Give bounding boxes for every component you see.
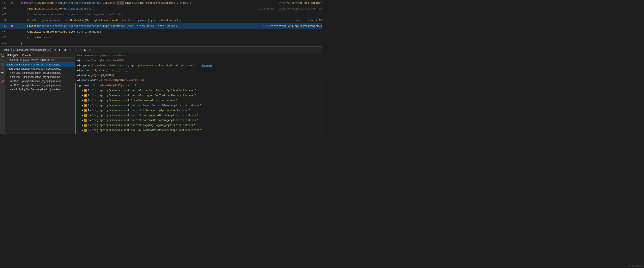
- frame-item-0[interactable]: ▶ getSpringFactoriesInstances:431, Sprin…: [5, 63, 75, 67]
- var-this-icon: [78, 59, 80, 62]
- at-symbol: @: [11, 2, 13, 4]
- names-item-8[interactable]: ▶ = 8 = "org.springframework.boot.env.En…: [76, 128, 322, 133]
- code-line-428: 428 ClassLoader classLoader = getClassLo…: [0, 6, 322, 11]
- debug-label: Debug:: [2, 48, 10, 51]
- var-names[interactable]: ▼ names = {LinkedHashSet@1317} size = 10: [76, 83, 322, 88]
- frame-expand-0: ▶: [6, 64, 8, 66]
- run-icon[interactable]: ▶: [2, 58, 3, 62]
- frame-item-4[interactable]: run:1306, SpringApplication (org.springf…: [5, 79, 75, 83]
- line-number-428: 428: [0, 7, 10, 10]
- names-index-2: 2: [88, 99, 89, 102]
- tab-console[interactable]: Console: [20, 53, 33, 57]
- var-this[interactable]: ▶ this = {SpringApplication@930}: [75, 58, 322, 63]
- names-item-6[interactable]: ▶ = 6 = "org.springframework.boot.contex…: [76, 118, 322, 123]
- var-parametertypes[interactable]: ▶ parameterTypes = {Class[0]@1315}: [75, 68, 322, 73]
- line-content-427: private < T > Collection < T > getSpring…: [14, 1, 322, 5]
- names-index-7: 7: [88, 124, 89, 127]
- names-items-list: ▶ = 0 = "org.springframework.boot.devtoo…: [76, 88, 322, 134]
- pin-icon[interactable]: 📌: [1, 80, 4, 83]
- tab-debugger[interactable]: Debugger: [5, 53, 20, 57]
- gutter-431: [10, 25, 14, 27]
- names-item-4[interactable]: ▶ = 4 = "org.springframework.boot.contex…: [76, 108, 322, 113]
- step-out-btn[interactable]: ↑: [78, 48, 82, 52]
- line-number-430: 430: [0, 19, 10, 22]
- code-editor: 427 @ private < T > Collection < T > get…: [0, 0, 322, 46]
- var-args-arrow: ▶: [77, 74, 78, 77]
- frame-label-5: run:1295, SpringApplication (org.springf…: [10, 84, 63, 87]
- left-icon-bar: 🐛 ▶ ⬛ ⚙ 📷 ⚙ 📌: [0, 53, 5, 134]
- settings-btn[interactable]: ≡: [88, 48, 92, 52]
- code-line-434: 434 }: [0, 40, 322, 46]
- camera-icon[interactable]: 📷: [1, 71, 4, 75]
- session-tab[interactable]: ▶ SpringBootDemoApplication ✕: [11, 48, 51, 52]
- frame-item-5[interactable]: run:1295, SpringApplication (org.springf…: [5, 83, 75, 87]
- thread-label: "main"@1 in group "main": RUNNING: [9, 59, 50, 62]
- line-content-430: Set<String> names = new LinkedHashSet <>…: [14, 18, 322, 22]
- tab-console-label: Console: [22, 54, 31, 57]
- var-classloader[interactable]: ▶ classLoader = {Launcher$AppClassLoader…: [75, 78, 322, 83]
- var-cl-icon: [78, 79, 80, 81]
- pause-btn[interactable]: ⏸: [63, 48, 67, 52]
- step-into-btn[interactable]: ↓: [73, 48, 77, 52]
- variables-panel: Evaluate expression (⏎) or add a watch (…: [75, 53, 322, 134]
- var-type-value: {Class@752} "interface org.springframewo…: [90, 64, 196, 67]
- eq-icon-1: =: [84, 94, 87, 97]
- names-index-3: 3: [88, 104, 89, 107]
- main-container: 427 @ private < T > Collection < T > get…: [0, 0, 322, 134]
- var-cl-name: classLoader: [81, 79, 98, 82]
- var-pt-value: {Class[0]@1315}: [105, 69, 128, 72]
- session-close[interactable]: ✕: [47, 48, 49, 52]
- var-names-name: names: [82, 84, 89, 87]
- frame-label-1: getSpringFactoriesInstances:424, SpringA…: [8, 67, 62, 70]
- frame-item-2[interactable]: <init>:268, SpringApplication (org.sprin…: [5, 71, 75, 75]
- rerun-btn[interactable]: ⟳: [53, 48, 57, 52]
- filter-btn[interactable]: ▼: [51, 59, 52, 62]
- names-value-3: "org.springframework.boot.builder.Parent…: [92, 104, 201, 107]
- settings-side-icon[interactable]: ⚙: [2, 67, 3, 70]
- names-item-3[interactable]: ▶ = 3 = "org.springframework.boot.builde…: [76, 103, 322, 108]
- line-content-428: ClassLoader classLoader = getClassLoader…: [14, 7, 322, 10]
- names-item-9[interactable]: ▶ = 9 = "org.springframework.boot.autoco…: [76, 133, 322, 134]
- eq-icon-7: =: [84, 124, 87, 127]
- names-value-4: "org.springframework.boot.context.FileEn…: [92, 109, 190, 112]
- var-args-name: args: [81, 74, 87, 77]
- step-over-btn[interactable]: ↷: [68, 48, 72, 52]
- frame-expand-1: ▶: [6, 68, 8, 70]
- gear-icon[interactable]: ⚙: [2, 76, 3, 79]
- names-red-box: ▼ names = {LinkedHashSet@1317} size = 10…: [75, 83, 322, 134]
- var-type-icon: [78, 64, 80, 66]
- var-cl-arrow: ▶: [77, 79, 78, 82]
- line-number-427: 427: [0, 1, 10, 4]
- debug-icon[interactable]: 🐛: [1, 54, 4, 57]
- line-content-431: List<> instances = createSpringFactories…: [14, 24, 322, 28]
- frame-item-3[interactable]: <init>:246, SpringApplication (org.sprin…: [5, 75, 75, 79]
- eq-icon-5: =: [84, 114, 87, 117]
- var-names-value: {LinkedHashSet@1317}: [92, 84, 122, 87]
- names-item-2[interactable]: ▶ = 2 = "org.springframework.boot.ClearC…: [76, 98, 322, 103]
- debug-tab-bar: Debug: ▶ SpringBootDemoApplication ✕ ⟳ ▶…: [0, 47, 322, 53]
- filter-icon[interactable]: ⚙: [53, 58, 54, 62]
- names-index-6: 6: [88, 119, 89, 122]
- line-content-432: AnnotationAwareOrderComparator . sort (i…: [14, 30, 322, 33]
- line-content-433: return instances;: [14, 36, 322, 39]
- navigate-link[interactable]: Navigate: [202, 64, 212, 67]
- line-number-433: 433: [0, 36, 10, 39]
- resume-btn[interactable]: ▶: [58, 48, 62, 52]
- var-type-arrow: ▶: [77, 64, 78, 67]
- stop-icon[interactable]: ⬛: [1, 63, 4, 66]
- var-pt-icon: [78, 69, 80, 71]
- line-number-431: 431: [0, 24, 10, 27]
- names-item-7[interactable]: ▶ = 7 = "org.springframework.boot.contex…: [76, 123, 322, 128]
- var-type[interactable]: ▶ type = {Class@752} "interface org.spri…: [75, 63, 322, 68]
- frame-item-1[interactable]: ▶ getSpringFactoriesInstances:424, Sprin…: [5, 67, 75, 71]
- names-item-0[interactable]: ▶ = 0 = "org.springframework.boot.devtoo…: [76, 88, 322, 93]
- evaluate-bar: Evaluate expression (⏎) or add a watch (…: [75, 53, 322, 58]
- names-item-5[interactable]: ▶ = 5 = "org.springframework.boot.contex…: [76, 113, 322, 118]
- view-btn[interactable]: ⊟: [83, 48, 87, 52]
- names-item-1[interactable]: ▶ = 1 = "org.springframework.boot.devtoo…: [76, 93, 322, 98]
- var-args[interactable]: ▶ args = {Object[0]@1316}: [75, 73, 322, 78]
- thread-selector: ▶ "main"@1 in group "main": RUNNING ▼ ⚙: [5, 58, 75, 63]
- eq-icon-2: =: [84, 99, 87, 102]
- frame-item-6[interactable]: main:9, SpringBootDemoApplication (com.f…: [5, 87, 75, 92]
- code-line-431: 431 List<> instances = createSpringFacto…: [0, 23, 322, 29]
